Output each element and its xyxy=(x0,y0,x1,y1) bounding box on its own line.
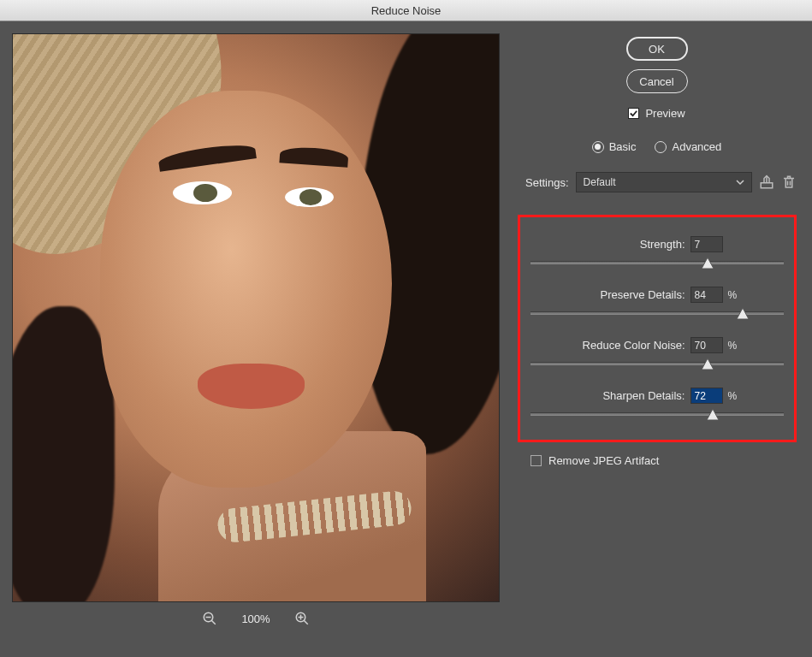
slider-thumb-icon[interactable] xyxy=(702,257,714,269)
chevron-down-icon xyxy=(736,178,744,186)
save-preset-icon[interactable] xyxy=(759,175,774,190)
reduce-color-noise-label: Reduce Color Noise: xyxy=(574,339,685,352)
zoom-level: 100% xyxy=(241,613,270,625)
slider-thumb-icon[interactable] xyxy=(702,358,714,370)
mode-radio-group: Basic Advanced xyxy=(592,140,722,153)
preview-image[interactable] xyxy=(12,33,500,602)
preserve-details-slider[interactable] xyxy=(530,311,784,315)
remove-jpeg-checkbox[interactable] xyxy=(530,455,542,466)
slider-preserve-details: Preserve Details: % xyxy=(530,287,784,315)
preview-pane: 100% xyxy=(0,21,512,657)
slider-strength: Strength: xyxy=(530,236,784,264)
check-icon xyxy=(629,109,638,118)
preserve-details-unit: % xyxy=(728,289,740,301)
svg-line-4 xyxy=(304,620,308,624)
sharpen-details-label: Sharpen Details: xyxy=(574,389,685,402)
trash-icon[interactable] xyxy=(781,175,797,190)
preserve-details-label: Preserve Details: xyxy=(574,288,685,301)
radio-icon xyxy=(655,141,667,153)
radio-basic[interactable]: Basic xyxy=(592,140,637,153)
settings-value: Default xyxy=(584,176,616,188)
ok-button[interactable]: OK xyxy=(626,37,688,61)
remove-jpeg-artifact-row[interactable]: Remove JPEG Artifact xyxy=(517,454,659,467)
zoom-in-icon[interactable] xyxy=(294,611,310,626)
slider-sharpen-details: Sharpen Details: % xyxy=(530,388,784,416)
cancel-button[interactable]: Cancel xyxy=(626,69,688,93)
strength-slider[interactable] xyxy=(530,261,784,264)
radio-advanced[interactable]: Advanced xyxy=(655,140,721,153)
slider-reduce-color-noise: Reduce Color Noise: % xyxy=(530,337,784,365)
settings-row: Settings: Default xyxy=(517,172,797,192)
sharpen-details-input[interactable] xyxy=(690,388,723,404)
controls-pane: OK Cancel Preview Basic Advanced Setting… xyxy=(512,21,812,657)
remove-jpeg-label: Remove JPEG Artifact xyxy=(548,454,659,467)
radio-basic-label: Basic xyxy=(609,140,637,153)
sharpen-details-unit: % xyxy=(728,390,740,402)
radio-icon xyxy=(592,141,604,153)
highlighted-sliders-panel: Strength: Preserve Details: % xyxy=(518,215,797,442)
reduce-color-noise-input[interactable] xyxy=(690,337,723,353)
sharpen-details-slider[interactable] xyxy=(530,412,784,416)
preview-checkbox[interactable] xyxy=(628,108,639,119)
strength-input[interactable] xyxy=(690,236,723,252)
settings-label: Settings: xyxy=(525,176,569,189)
slider-thumb-icon[interactable] xyxy=(737,308,749,319)
zoom-controls: 100% xyxy=(12,611,500,626)
preview-label: Preview xyxy=(645,107,685,120)
preserve-details-input[interactable] xyxy=(690,287,723,303)
zoom-out-icon[interactable] xyxy=(202,611,217,626)
strength-label: Strength: xyxy=(574,238,685,251)
svg-line-1 xyxy=(212,620,216,624)
window-title: Reduce Noise xyxy=(0,0,812,21)
preview-checkbox-row[interactable]: Preview xyxy=(628,107,685,120)
reduce-color-noise-slider[interactable] xyxy=(530,362,784,365)
reduce-color-noise-unit: % xyxy=(728,340,740,352)
svg-rect-7 xyxy=(761,183,773,188)
dialog-body: 100% OK Cancel Preview Basic Advanced Se… xyxy=(0,21,812,657)
settings-dropdown[interactable]: Default xyxy=(576,172,752,192)
radio-advanced-label: Advanced xyxy=(672,140,721,153)
slider-thumb-icon[interactable] xyxy=(707,409,719,420)
